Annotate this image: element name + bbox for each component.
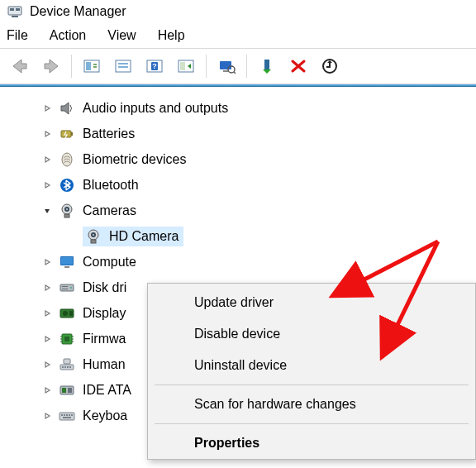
tree-row[interactable]: Cameras (0, 198, 476, 223)
tree-item-label: Cameras (83, 204, 136, 217)
context-menu-item[interactable]: Uninstall device (148, 350, 475, 381)
forward-button[interactable] (36, 52, 66, 80)
context-menu-item[interactable]: Disable device (148, 318, 475, 350)
scan-hardware-button[interactable] (212, 52, 241, 80)
tree-row[interactable]: Audio inputs and outputs (0, 95, 476, 121)
chevron-right-icon[interactable] (41, 410, 53, 422)
chevron-right-icon[interactable] (41, 103, 53, 114)
tree-item-label: Keyboa (83, 409, 127, 423)
svg-rect-59 (60, 413, 74, 420)
properties-button[interactable] (108, 52, 138, 80)
svg-rect-1 (12, 16, 18, 17)
toolbar-divider (71, 55, 72, 78)
tree-row[interactable]: Biometric devices (0, 146, 476, 172)
svg-rect-8 (118, 66, 128, 68)
svg-rect-41 (69, 311, 73, 316)
svg-rect-13 (180, 62, 185, 70)
help-button[interactable]: ? (140, 52, 169, 80)
toolbar-divider (206, 55, 207, 78)
chevron-right-icon[interactable] (41, 384, 53, 396)
chevron-down-icon[interactable] (41, 205, 53, 217)
tree-item-label: Human (83, 358, 126, 371)
svg-point-30 (93, 233, 94, 235)
svg-rect-54 (69, 366, 71, 368)
svg-rect-64 (71, 414, 73, 416)
selected-item[interactable]: HD Camera (83, 227, 183, 246)
svg-rect-27 (64, 214, 69, 217)
tree-item-label: Disk dri (83, 281, 126, 294)
context-menu-item[interactable]: Properties (148, 427, 475, 459)
context-menu-item[interactable]: Update driver (148, 287, 475, 318)
menu-action[interactable]: Action (50, 28, 86, 43)
context-menu: Update driverDisable deviceUninstall dev… (147, 283, 476, 460)
svg-rect-2 (10, 8, 14, 11)
chevron-right-icon[interactable] (41, 359, 53, 370)
hid-icon (58, 356, 76, 374)
monitor-icon (58, 253, 76, 271)
svg-rect-61 (64, 414, 65, 416)
svg-rect-43 (64, 337, 69, 341)
camera-icon (58, 202, 76, 220)
chevron-right-icon[interactable] (41, 282, 53, 294)
svg-rect-3 (16, 8, 20, 11)
svg-rect-51 (62, 366, 64, 368)
svg-rect-34 (64, 266, 69, 268)
show-hidden-button[interactable] (77, 52, 107, 80)
toolbar: ? (0, 48, 476, 84)
svg-point-40 (63, 311, 68, 316)
chevron-right-icon[interactable] (41, 333, 53, 345)
svg-rect-57 (62, 388, 66, 393)
context-menu-separator (155, 384, 469, 385)
svg-rect-5 (86, 62, 91, 70)
uninstall-device-button[interactable] (283, 52, 313, 80)
svg-rect-7 (118, 63, 128, 64)
tree-row[interactable]: Batteries (0, 121, 476, 146)
speaker-icon (58, 99, 76, 117)
tree-item-label: Display (83, 307, 126, 320)
context-menu-item[interactable]: Scan for hardware changes (148, 389, 475, 420)
svg-point-36 (70, 287, 72, 289)
keyboard-icon (58, 407, 76, 425)
menu-view[interactable]: View (107, 28, 136, 43)
tree-row[interactable]: HD Camera (0, 223, 476, 249)
menu-file[interactable]: File (7, 28, 28, 43)
tree-item-label: Audio inputs and outputs (83, 102, 228, 115)
tree-item-label: Bluetooth (83, 179, 139, 192)
chevron-right-icon[interactable] (41, 308, 53, 319)
window-title: Device Manager (30, 4, 126, 19)
svg-point-26 (66, 208, 68, 209)
title-bar: Device Manager (0, 0, 476, 25)
tree-row[interactable]: Compute (0, 249, 476, 275)
svg-rect-14 (220, 61, 231, 69)
chevron-right-icon[interactable] (41, 128, 53, 140)
svg-rect-33 (61, 257, 73, 265)
chevron-right-icon[interactable] (41, 256, 53, 268)
menu-help[interactable]: Help (158, 28, 185, 43)
enable-device-button[interactable] (252, 52, 282, 80)
svg-point-22 (62, 153, 72, 166)
svg-rect-63 (69, 414, 70, 416)
update-driver-button[interactable] (315, 52, 345, 80)
svg-rect-65 (63, 417, 71, 418)
back-button[interactable] (5, 52, 35, 80)
svg-rect-55 (64, 359, 70, 364)
tree-item-label: Firmwa (83, 332, 126, 346)
tree-item-label: Biometric devices (83, 153, 186, 166)
tree-item-label: IDE ATA (83, 384, 131, 397)
tree-item-label: Batteries (83, 127, 135, 141)
scan-button[interactable] (171, 52, 201, 80)
svg-rect-21 (71, 132, 73, 136)
tree-item-label: Compute (83, 255, 136, 269)
camera-icon (84, 227, 102, 246)
chevron-right-icon[interactable] (41, 154, 53, 165)
svg-line-17 (234, 72, 236, 74)
chevron-right-icon[interactable] (41, 179, 53, 191)
svg-rect-15 (223, 70, 228, 72)
drive-icon (58, 279, 76, 297)
chip-icon (58, 330, 76, 348)
tree-row[interactable]: Bluetooth (0, 172, 476, 198)
svg-rect-37 (62, 286, 68, 287)
svg-rect-31 (91, 240, 96, 243)
svg-rect-62 (66, 414, 68, 416)
svg-rect-60 (61, 414, 63, 416)
